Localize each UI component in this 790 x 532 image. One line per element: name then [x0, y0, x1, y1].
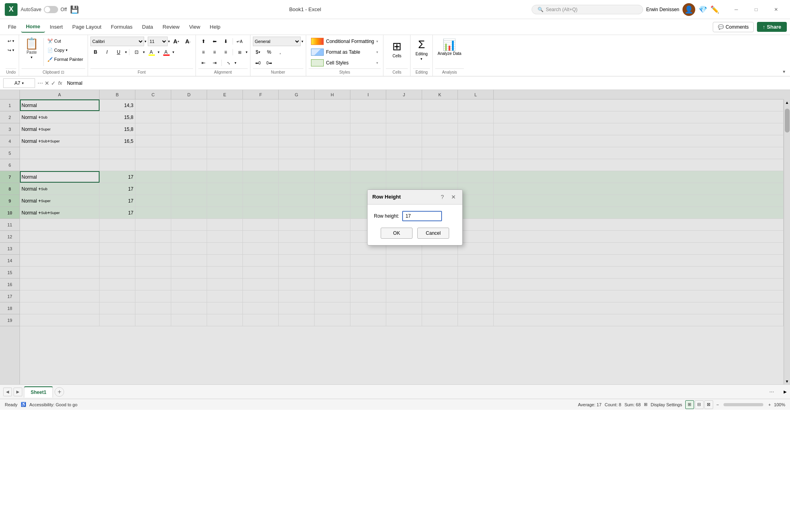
search-box[interactable]: 🔍 Search (Alt+Q): [532, 5, 643, 14]
align-right-button[interactable]: ≡: [221, 47, 231, 57]
conditional-formatting-button[interactable]: Conditional Formatting ▾: [309, 37, 381, 46]
decrease-decimal-button[interactable]: ⬅0: [253, 58, 263, 68]
analyze-data-button[interactable]: 📊 Analyze Data: [435, 37, 463, 57]
cells-button[interactable]: ⊞ Cells: [386, 38, 408, 60]
row-height-input[interactable]: [402, 211, 442, 221]
cut-icon: ✂️: [47, 39, 53, 44]
ribbon-expand-button[interactable]: ▾: [781, 67, 787, 76]
align-bottom-button[interactable]: ⬇: [221, 37, 231, 46]
normal-view-button[interactable]: ⊞: [685, 400, 694, 409]
menu-data[interactable]: Data: [137, 21, 158, 32]
merge-button[interactable]: ⊞: [235, 47, 245, 57]
text-direction-button[interactable]: ⤡: [223, 58, 234, 68]
next-sheet-button[interactable]: ▶: [14, 388, 22, 396]
align-middle-button[interactable]: ⬅: [209, 37, 220, 46]
number-group-content: General ▾ $▾ % , ⬅0 0➡: [253, 37, 303, 68]
close-button[interactable]: ✕: [767, 3, 785, 16]
editing-button[interactable]: Σ Editing ▾: [413, 37, 430, 62]
increase-decimal-button[interactable]: 0➡: [264, 58, 274, 68]
decrease-indent-button[interactable]: ⇤: [198, 58, 209, 68]
cut-button[interactable]: ✂️ Cut: [45, 37, 85, 45]
cell-reference-box[interactable]: A7 ▾: [3, 78, 35, 88]
menu-formulas[interactable]: Formulas: [106, 21, 137, 32]
page-layout-view-button[interactable]: ⊟: [695, 400, 704, 409]
copy-button[interactable]: 📄 Copy ▾: [45, 46, 85, 55]
scroll-left-button[interactable]: ⋯: [769, 389, 774, 395]
accessibility-status: Accessibility: Good to go: [29, 402, 77, 407]
currency-button[interactable]: $▾: [253, 47, 263, 57]
sheet-tabs-bar: ◀ ▶ Sheet1 + ⋯ ▶: [0, 384, 790, 399]
share-button[interactable]: ↑ Share: [757, 22, 787, 32]
comments-button[interactable]: 💬 Comments: [713, 22, 754, 32]
format-as-table-button[interactable]: Format as Table ▾: [309, 47, 381, 57]
formula-confirm-icon[interactable]: ✓: [51, 80, 56, 86]
minimize-button[interactable]: ─: [727, 3, 745, 16]
menu-file[interactable]: File: [3, 21, 21, 32]
fill-color-caret: ▾: [158, 50, 160, 54]
styles-controls: Conditional Formatting ▾ Format as Table…: [309, 37, 381, 68]
dialog-help-button[interactable]: ?: [438, 193, 446, 201]
italic-button[interactable]: I: [102, 47, 112, 57]
save-icon[interactable]: 💾: [70, 5, 79, 14]
row-height-label: Row height:: [374, 213, 399, 219]
autosave-toggle[interactable]: [44, 6, 58, 13]
sheet-tab-sheet1[interactable]: Sheet1: [24, 386, 53, 398]
font-size-select[interactable]: 11: [148, 37, 168, 46]
scroll-right-button[interactable]: ▶: [784, 390, 787, 394]
cell-styles-button[interactable]: Cell Styles ▾: [309, 58, 381, 68]
dialog-close-button[interactable]: ✕: [450, 193, 458, 201]
toggle-knob: [45, 7, 50, 12]
increase-font-button[interactable]: A+: [171, 37, 182, 46]
paste-button[interactable]: 📋 Paste ▾: [22, 37, 42, 61]
bold-button[interactable]: B: [90, 47, 101, 57]
fill-color-button[interactable]: A: [146, 47, 156, 57]
undo-button[interactable]: ↩ ▾: [6, 37, 16, 45]
font-color-button[interactable]: A: [161, 47, 171, 57]
ribbon-group-number: General ▾ $▾ % , ⬅0 0➡ Number: [250, 35, 306, 76]
formula-input[interactable]: [65, 78, 787, 88]
zoom-minus-button[interactable]: −: [716, 402, 719, 407]
number-format-select[interactable]: General: [253, 37, 301, 46]
cell-styles-caret: ▾: [376, 61, 378, 65]
underline-button[interactable]: U: [113, 47, 124, 57]
redo-button[interactable]: ↪ ▾: [6, 46, 16, 55]
cond-fmt-caret: ▾: [376, 39, 378, 43]
font-family-select[interactable]: Calibri: [90, 37, 144, 46]
average-display: Average: 17: [578, 402, 601, 407]
format-painter-button[interactable]: 🖌️ Format Painter: [45, 55, 85, 64]
prev-sheet-button[interactable]: ◀: [3, 388, 12, 396]
zoom-plus-button[interactable]: +: [768, 402, 770, 407]
dialog-ok-button[interactable]: OK: [381, 228, 413, 239]
status-right: Average: 17 Count: 8 Sum: 68 ⊞ Display S…: [578, 400, 785, 409]
align-left-button[interactable]: ≡: [198, 47, 209, 57]
menu-help[interactable]: Help: [205, 21, 225, 32]
menu-view[interactable]: View: [184, 21, 205, 32]
number-row-1: General ▾: [253, 37, 303, 46]
dialog-cancel-button[interactable]: Cancel: [417, 228, 449, 239]
menu-review[interactable]: Review: [158, 21, 184, 32]
page-break-view-button[interactable]: ⊠: [704, 400, 713, 409]
increase-indent-button[interactable]: ⇥: [209, 58, 220, 68]
sum-display: Sum: 68: [624, 402, 641, 407]
menu-page-layout[interactable]: Page Layout: [68, 21, 106, 32]
formula-icon-more[interactable]: ⋯: [37, 80, 43, 86]
maximize-button[interactable]: □: [747, 3, 765, 16]
clipboard-expand[interactable]: ⊡: [61, 70, 64, 74]
zoom-slider[interactable]: [724, 403, 763, 406]
menu-home[interactable]: Home: [21, 21, 45, 33]
user-area: Erwin Denissen 👤 💎 ✏️: [646, 3, 719, 16]
clipboard-sep: [43, 38, 44, 66]
comma-button[interactable]: ,: [275, 47, 285, 57]
border-button[interactable]: ⊡: [131, 47, 142, 57]
align-center-button[interactable]: ≡: [209, 47, 220, 57]
wrap-text-button[interactable]: ↵A: [235, 37, 245, 46]
formula-cancel-icon[interactable]: ✕: [45, 80, 49, 86]
menu-insert[interactable]: Insert: [45, 21, 68, 32]
percent-button[interactable]: %: [264, 47, 274, 57]
add-sheet-button[interactable]: +: [55, 387, 64, 397]
title-bar: X AutoSave Off 💾 Book1 - Excel 🔍 Search …: [0, 0, 790, 19]
styles-group-label: Styles: [309, 68, 381, 76]
decrease-font-button[interactable]: A-: [183, 37, 193, 46]
align-top-button[interactable]: ⬆: [198, 37, 209, 46]
undo-icon: ↩: [8, 39, 11, 44]
